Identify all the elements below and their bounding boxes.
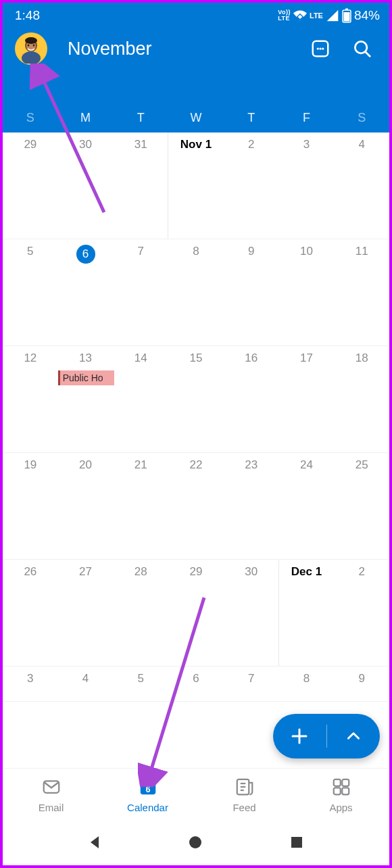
- calendar-cell[interactable]: 5: [113, 667, 168, 702]
- date-label: 2: [358, 565, 364, 578]
- calendar-cell[interactable]: 22: [168, 453, 224, 560]
- calendar-cell[interactable]: 15: [168, 346, 224, 453]
- date-label: 17: [300, 352, 313, 364]
- svg-rect-2: [345, 9, 348, 11]
- calendar-event[interactable]: Public Ho: [58, 370, 115, 385]
- calendar-cell[interactable]: 2: [224, 132, 279, 239]
- calendar-cell[interactable]: 12: [3, 346, 58, 453]
- calendar-cell[interactable]: 8: [279, 667, 335, 702]
- calendar-cell[interactable]: 11: [334, 239, 389, 346]
- calendar-cell[interactable]: 8: [168, 239, 224, 346]
- svg-text:6: 6: [145, 784, 150, 794]
- date-label: 15: [190, 352, 203, 364]
- svg-point-12: [319, 47, 321, 49]
- calendar-cell[interactable]: 17: [279, 346, 335, 453]
- fab-container: [273, 714, 380, 758]
- calendar-cell[interactable]: 29: [3, 132, 58, 239]
- svg-point-13: [322, 47, 324, 49]
- calendar-cell[interactable]: 30: [224, 560, 279, 667]
- weekday-header: S M T W T F S: [3, 103, 389, 132]
- calendar-cell[interactable]: Dec 1: [279, 560, 335, 667]
- calendar-cell[interactable]: 25: [334, 453, 389, 560]
- date-label: 3: [27, 672, 33, 685]
- svg-point-7: [28, 44, 30, 46]
- calendar-cell[interactable]: 2: [334, 560, 389, 667]
- date-label: 26: [24, 565, 36, 578]
- calendar-cell[interactable]: 4: [334, 132, 389, 239]
- date-label: 7: [248, 672, 254, 685]
- nav-apps-label: Apps: [329, 802, 352, 813]
- calendar-cell[interactable]: 21: [113, 453, 168, 560]
- nav-feed[interactable]: Feed: [196, 769, 293, 821]
- calendar-cell[interactable]: 23: [224, 453, 279, 560]
- calendar-cell[interactable]: 6: [168, 667, 224, 702]
- date-label: 8: [193, 245, 199, 258]
- sys-back-button[interactable]: [87, 834, 104, 852]
- calendar-cell[interactable]: 4: [58, 667, 114, 702]
- calendar-cell[interactable]: 3: [3, 667, 58, 702]
- avatar[interactable]: [15, 32, 47, 65]
- weekday-mon: M: [58, 103, 114, 132]
- calendar-cell[interactable]: 9: [224, 239, 279, 346]
- feed-icon: [235, 777, 255, 799]
- date-label: 29: [190, 565, 203, 578]
- calendar-cell[interactable]: Nov 1: [168, 132, 224, 239]
- date-label: Dec 1: [291, 565, 322, 578]
- date-label: 29: [24, 138, 36, 151]
- calendar-cell[interactable]: 18: [334, 346, 389, 453]
- date-label: 25: [356, 458, 368, 471]
- date-label: 19: [24, 458, 36, 471]
- date-label: 28: [134, 565, 147, 578]
- nav-email[interactable]: Email: [3, 769, 99, 821]
- bottom-nav: Email 6 Calendar Feed Apps: [3, 768, 389, 821]
- date-label: 3: [303, 138, 310, 151]
- calendar-cell[interactable]: 26: [3, 560, 58, 667]
- sys-home-button[interactable]: [187, 834, 205, 852]
- apps-icon: [331, 777, 351, 799]
- status-bar: 1:48 Vo)) LTE LTE 84%: [3, 3, 389, 26]
- calendar-cell[interactable]: 3: [279, 132, 335, 239]
- calendar-cell[interactable]: 27: [58, 560, 114, 667]
- calendar-cell[interactable]: 30: [58, 132, 114, 239]
- svg-rect-1: [343, 12, 349, 22]
- date-label: 9: [358, 672, 364, 685]
- search-button[interactable]: [349, 35, 376, 62]
- calendar-cell[interactable]: 20: [58, 453, 114, 560]
- svg-point-8: [33, 44, 35, 46]
- date-label: 9: [248, 245, 254, 258]
- view-switch-button[interactable]: [307, 35, 334, 62]
- calendar-cell[interactable]: 9: [334, 667, 389, 702]
- calendar-cell[interactable]: 31: [113, 132, 168, 239]
- calendar-cell[interactable]: 24: [279, 453, 335, 560]
- svg-point-11: [317, 47, 319, 49]
- calendar-cell[interactable]: 7: [113, 239, 168, 346]
- date-label: 20: [79, 458, 92, 471]
- wifi-icon: [293, 9, 307, 22]
- calendar-cell[interactable]: 7: [224, 667, 279, 702]
- calendar-grid[interactable]: 293031Nov 12345678910111213Public Ho1415…: [3, 132, 389, 702]
- calendar-cell[interactable]: 10: [279, 239, 335, 346]
- calendar-cell[interactable]: 14: [113, 346, 168, 453]
- month-title[interactable]: November: [68, 39, 307, 59]
- calendar-cell[interactable]: 6: [58, 239, 114, 346]
- calendar-cell[interactable]: 19: [3, 453, 58, 560]
- nav-apps[interactable]: Apps: [293, 769, 389, 821]
- date-label: 4: [358, 138, 364, 151]
- svg-rect-28: [342, 779, 349, 786]
- weekday-tue: T: [113, 103, 168, 132]
- new-event-button[interactable]: [273, 714, 326, 758]
- date-label: 7: [138, 245, 144, 258]
- calendar-cell[interactable]: 16: [224, 346, 279, 453]
- calendar-cell[interactable]: 5: [3, 239, 58, 346]
- fab-expand-button[interactable]: [327, 714, 381, 758]
- date-label: 5: [138, 672, 144, 685]
- nav-calendar[interactable]: 6 Calendar: [99, 769, 196, 821]
- sys-recents-button[interactable]: [289, 834, 306, 852]
- weekday-sun: S: [3, 103, 58, 132]
- calendar-cell[interactable]: 13Public Ho: [58, 346, 114, 453]
- calendar-cell[interactable]: 29: [168, 560, 224, 667]
- calendar-cell[interactable]: 28: [113, 560, 168, 667]
- date-label: 31: [134, 138, 147, 151]
- date-label: 8: [303, 672, 310, 685]
- nav-email-label: Email: [39, 802, 64, 813]
